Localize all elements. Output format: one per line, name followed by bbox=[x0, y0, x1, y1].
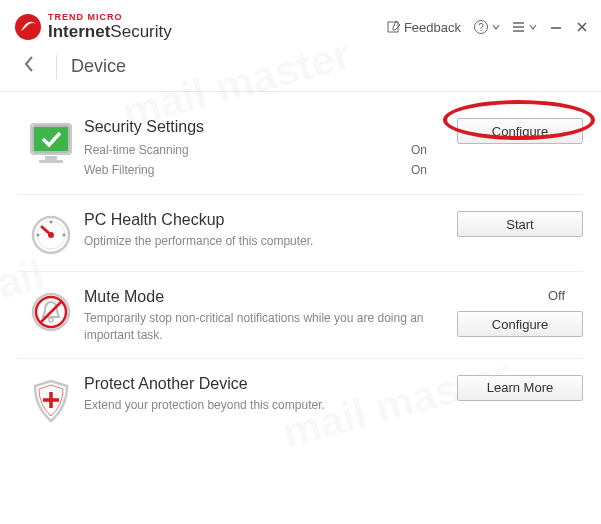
setting-row-realtime: Real-time Scanning On bbox=[84, 140, 441, 160]
section-mute-mode: Mute Mode Temporarily stop non-critical … bbox=[18, 272, 583, 359]
brand-logo: TREND MICRO InternetSecurity bbox=[14, 13, 172, 42]
help-icon: ? bbox=[473, 19, 489, 35]
protect-title: Protect Another Device bbox=[84, 375, 441, 393]
chevron-down-icon bbox=[492, 23, 500, 31]
svg-point-0 bbox=[15, 14, 41, 40]
setting-row-webfiltering: Web Filtering On bbox=[84, 160, 441, 180]
protect-desc: Extend your protection beyond this compu… bbox=[84, 397, 441, 414]
configure-security-button[interactable]: Configure bbox=[457, 118, 583, 144]
mute-bell-icon bbox=[29, 290, 73, 334]
close-icon bbox=[575, 20, 589, 34]
feedback-link[interactable]: Feedback bbox=[387, 20, 461, 35]
monitor-shield-icon bbox=[27, 120, 75, 168]
chevron-down-icon bbox=[529, 23, 537, 31]
setting-value: On bbox=[411, 163, 441, 177]
security-settings-title: Security Settings bbox=[84, 118, 441, 136]
hamburger-icon bbox=[512, 20, 526, 34]
section-security-settings: Security Settings Real-time Scanning On … bbox=[18, 102, 583, 195]
learn-more-button[interactable]: Learn More bbox=[457, 375, 583, 401]
shield-plus-icon bbox=[29, 377, 73, 425]
svg-rect-13 bbox=[39, 160, 63, 163]
svg-text:?: ? bbox=[478, 22, 484, 33]
divider bbox=[56, 55, 57, 79]
setting-label: Real-time Scanning bbox=[84, 143, 411, 157]
svg-point-16 bbox=[50, 221, 53, 224]
page-title: Device bbox=[71, 56, 126, 77]
health-desc: Optimize the performance of this compute… bbox=[84, 233, 441, 250]
hamburger-menu[interactable] bbox=[512, 20, 537, 34]
svg-rect-12 bbox=[45, 156, 57, 160]
svg-point-17 bbox=[63, 234, 66, 237]
feedback-icon bbox=[387, 20, 401, 34]
mute-desc: Temporarily stop non-critical notificati… bbox=[84, 310, 441, 344]
svg-rect-10 bbox=[33, 126, 69, 152]
help-menu[interactable]: ? bbox=[473, 19, 500, 35]
health-title: PC Health Checkup bbox=[84, 211, 441, 229]
setting-label: Web Filtering bbox=[84, 163, 411, 177]
brand-product: InternetSecurity bbox=[48, 23, 172, 42]
subheader: Device bbox=[0, 46, 601, 92]
minimize-button[interactable] bbox=[549, 20, 563, 34]
svg-point-18 bbox=[37, 234, 40, 237]
chevron-left-icon bbox=[22, 54, 36, 74]
trend-micro-logo-icon bbox=[14, 13, 42, 41]
content: Security Settings Real-time Scanning On … bbox=[0, 92, 601, 439]
section-health-checkup: PC Health Checkup Optimize the performan… bbox=[18, 195, 583, 272]
section-protect-device: Protect Another Device Extend your prote… bbox=[18, 359, 583, 439]
gauge-icon bbox=[29, 213, 73, 257]
svg-point-19 bbox=[48, 232, 54, 238]
mute-status: Off bbox=[548, 288, 583, 305]
close-button[interactable] bbox=[575, 20, 589, 34]
start-health-button[interactable]: Start bbox=[457, 211, 583, 237]
back-button[interactable] bbox=[16, 52, 42, 81]
minimize-icon bbox=[549, 20, 563, 34]
titlebar: TREND MICRO InternetSecurity Feedback ? bbox=[0, 0, 601, 46]
configure-mute-button[interactable]: Configure bbox=[457, 311, 583, 337]
mute-title: Mute Mode bbox=[84, 288, 441, 306]
setting-value: On bbox=[411, 143, 441, 157]
